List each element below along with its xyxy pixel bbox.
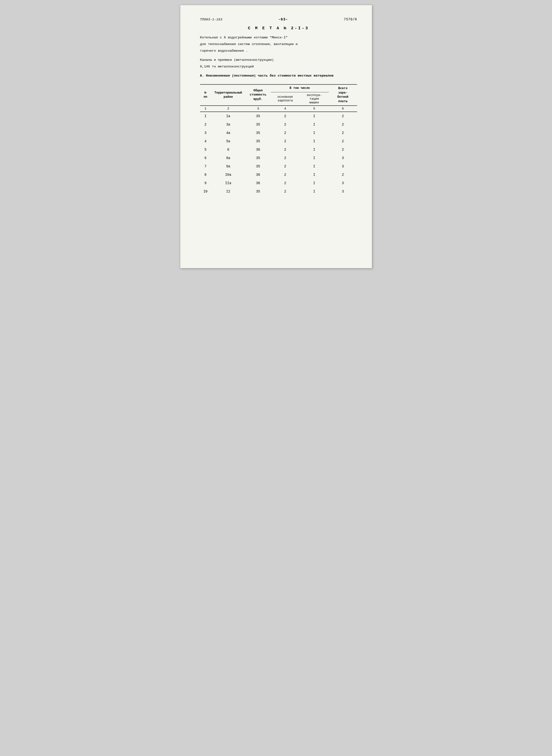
table-row: 9IIа362I3 <box>200 179 357 187</box>
cell-total: 36 <box>246 145 271 154</box>
desc-line-3: горячего водоснабжения . <box>200 48 357 54</box>
desc-line-1: Котельная с 6 водогрейными котлами "Минс… <box>200 35 357 41</box>
table-row: 68а352I3 <box>200 154 357 162</box>
cell-salary: 2 <box>271 154 300 162</box>
cell-all: 2 <box>329 120 357 129</box>
cell-exploit: I <box>300 129 329 137</box>
document-page: ТП903-1-163 -63- 7570/8 С М Е Т А № 2-I-… <box>180 5 372 268</box>
cell-total: 35 <box>246 120 271 129</box>
cell-all: 3 <box>329 154 357 162</box>
doc-code-right: 7570/8 <box>344 17 357 21</box>
cell-exploit: I <box>300 137 329 145</box>
cell-region: 3а <box>211 120 245 129</box>
cell-region: 9а <box>211 162 245 170</box>
table-row: 79а352I3 <box>200 162 357 170</box>
cell-num: 5 <box>200 145 211 154</box>
cell-all: 3 <box>329 179 357 187</box>
cell-total: 36 <box>246 179 271 187</box>
cell-salary: 2 <box>271 112 300 120</box>
col-num-3: 3 <box>246 106 271 112</box>
description-block: Котельная с 6 водогрейными котлами "Минс… <box>200 35 357 54</box>
cell-region: 4а <box>211 129 245 137</box>
table-row: IIа352I2 <box>200 112 357 120</box>
cell-total: 35 <box>246 154 271 162</box>
cell-total: 35 <box>246 137 271 145</box>
section-title: А. Неизменяемая (постоянная) часть без с… <box>200 73 357 79</box>
cell-exploit: I <box>300 112 329 120</box>
cell-num: 9 <box>200 179 211 187</box>
cell-total: 36 <box>246 170 271 179</box>
main-table: №пп Территориальныйрайон Общаястоимостьв… <box>200 84 357 196</box>
cell-salary: 2 <box>271 162 300 170</box>
col-numbers-row: 1 2 3 4 5 6 <box>200 106 357 112</box>
cell-salary: 2 <box>271 137 300 145</box>
table-row: 34а352I2 <box>200 129 357 137</box>
cell-region: Iа <box>211 112 245 120</box>
subtitle2: 0,146 тн металлоконструкций <box>200 64 357 70</box>
cell-total: 35 <box>246 112 271 120</box>
cell-exploit: I <box>300 120 329 129</box>
table-row: 23а352I2 <box>200 120 357 129</box>
cell-all: 2 <box>329 137 357 145</box>
col-num-4: 4 <box>271 106 300 112</box>
cell-exploit: I <box>300 145 329 154</box>
col-num-5: 5 <box>300 106 329 112</box>
cell-all: 2 <box>329 145 357 154</box>
cell-num: 7 <box>200 162 211 170</box>
cell-num: 6 <box>200 154 211 162</box>
cell-salary: 2 <box>271 120 300 129</box>
cell-all: 2 <box>329 129 357 137</box>
col-num-1: 1 <box>200 106 211 112</box>
cell-salary: 2 <box>271 129 300 137</box>
col-header-region: Территориальныйрайон <box>211 85 245 106</box>
cell-salary: 2 <box>271 170 300 179</box>
table-row: 8I0а362I2 <box>200 170 357 179</box>
col-num-6: 6 <box>329 106 357 112</box>
document-title: С М Е Т А № 2-I-3 <box>200 26 357 30</box>
cell-salary: 2 <box>271 145 300 154</box>
cell-all: 2 <box>329 170 357 179</box>
col-header-num: №пп <box>200 85 211 106</box>
cell-num: I <box>200 112 211 120</box>
doc-code-left: ТП903-1-163 <box>200 18 223 21</box>
table-header-row: №пп Территориальныйрайон Общаястоимостьв… <box>200 85 357 92</box>
cell-num: I0 <box>200 187 211 196</box>
cell-exploit: I <box>300 162 329 170</box>
cell-region: 6 <box>211 145 245 154</box>
table-row: 56362I2 <box>200 145 357 154</box>
cell-all: 2 <box>329 112 357 120</box>
cell-exploit: I <box>300 179 329 187</box>
table-row: I0I2352I3 <box>200 187 357 196</box>
title-block: С М Е Т А № 2-I-3 <box>200 26 357 30</box>
table-wrapper: №пп Территориальныйрайон Общаястоимостьв… <box>200 84 357 196</box>
cell-exploit: I <box>300 154 329 162</box>
subtitle1: Каналы и приямки (металлоконструкции) <box>200 57 357 63</box>
cell-all: 3 <box>329 162 357 170</box>
col-header-vtom: В том числе <box>271 85 329 92</box>
cell-num: 2 <box>200 120 211 129</box>
cell-exploit: I <box>300 170 329 179</box>
cell-total: 35 <box>246 129 271 137</box>
cell-num: 8 <box>200 170 211 179</box>
cell-region: IIа <box>211 179 245 187</box>
cell-salary: 2 <box>271 179 300 187</box>
cell-region: I2 <box>211 187 245 196</box>
cell-region: 8а <box>211 154 245 162</box>
table-body: IIа352I223а352I234а352I245а352I256362I26… <box>200 112 357 196</box>
desc-line-2: для теплоснабжения систем отопления, вен… <box>200 41 357 47</box>
cell-salary: 2 <box>271 187 300 196</box>
subtitle-block: Каналы и приямки (металлоконструкции) 0,… <box>200 57 357 70</box>
page-number: -63- <box>278 17 288 22</box>
header: ТП903-1-163 -63- 7570/8 <box>200 17 357 22</box>
cell-all: 3 <box>329 187 357 196</box>
col-header-exploit: эксплуа-тациямашин <box>300 92 329 106</box>
col-header-salary: основнаязарплата <box>271 92 300 106</box>
table-row: 45а352I2 <box>200 137 357 145</box>
cell-num: 3 <box>200 129 211 137</box>
cell-total: 35 <box>246 187 271 196</box>
cell-exploit: I <box>300 187 329 196</box>
cell-num: 4 <box>200 137 211 145</box>
col-header-alltotal: Всегозара-ботнойплаты <box>329 85 357 106</box>
col-num-2: 2 <box>211 106 245 112</box>
cell-total: 35 <box>246 162 271 170</box>
